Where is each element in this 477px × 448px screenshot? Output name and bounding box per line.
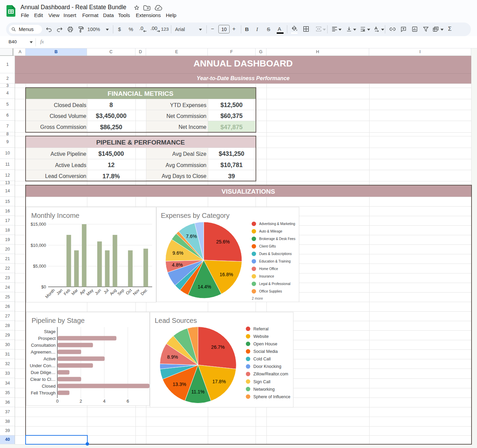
svg-text:Consultation: Consultation — [31, 342, 55, 347]
svg-text:Client Gifts: Client Gifts — [259, 244, 276, 248]
svg-text:Open House: Open House — [253, 342, 277, 346]
svg-text:Sphere of Influence: Sphere of Influence — [253, 394, 290, 399]
svg-text:4: 4 — [103, 399, 105, 404]
svg-text:Insurance: Insurance — [259, 274, 274, 278]
svg-text:Home Office: Home Office — [259, 267, 278, 271]
svg-text:9.6%: 9.6% — [172, 250, 183, 256]
svg-text:Oct: Oct — [125, 287, 133, 296]
svg-text:13.3%: 13.3% — [172, 381, 186, 387]
svg-text:Mar: Mar — [70, 288, 79, 296]
svg-text:Fell Through: Fell Through — [31, 390, 56, 395]
svg-text:17.8%: 17.8% — [212, 378, 226, 384]
svg-text:16.8%: 16.8% — [219, 272, 233, 277]
svg-text:$0: $0 — [41, 284, 46, 289]
svg-text:Closed: Closed — [42, 383, 55, 388]
svg-text:$10,000: $10,000 — [30, 243, 46, 248]
svg-text:Stage: Stage — [44, 329, 56, 334]
svg-text:Nov: Nov — [132, 288, 140, 296]
svg-text:25.6%: 25.6% — [216, 239, 230, 244]
svg-text:Referral: Referral — [253, 326, 268, 331]
svg-text:Networking: Networking — [253, 387, 275, 391]
svg-text:Due Dilige…: Due Dilige… — [31, 370, 56, 375]
svg-text:Legal & Professional: Legal & Professional — [259, 282, 290, 286]
svg-text:$15,000: $15,000 — [30, 222, 46, 227]
svg-text:Agreemen…: Agreemen… — [31, 349, 56, 354]
svg-text:Auto & Mileage: Auto & Mileage — [259, 229, 282, 233]
svg-text:6: 6 — [127, 399, 129, 404]
svg-text:Website: Website — [253, 334, 269, 339]
svg-text:Jun: Jun — [94, 288, 102, 296]
svg-text:26.7%: 26.7% — [211, 344, 225, 350]
svg-text:11.1%: 11.1% — [191, 389, 204, 394]
svg-text:2 more: 2 more — [252, 296, 263, 300]
svg-text:Social Media: Social Media — [253, 349, 278, 354]
svg-text:Dues & Subscriptions: Dues & Subscriptions — [259, 252, 292, 256]
svg-text:Aug: Aug — [109, 288, 117, 296]
svg-text:Feb: Feb — [63, 287, 71, 296]
svg-text:May: May — [85, 288, 94, 297]
svg-text:Sign Call: Sign Call — [253, 379, 270, 384]
svg-text:14.4%: 14.4% — [198, 284, 211, 289]
svg-text:Dec: Dec — [140, 288, 148, 296]
svg-text:Brokerage & Desk Fees: Brokerage & Desk Fees — [259, 237, 295, 241]
svg-text:0: 0 — [56, 399, 58, 404]
svg-text:Prospect: Prospect — [38, 335, 56, 341]
svg-text:Active: Active — [43, 356, 55, 361]
svg-text:2: 2 — [80, 399, 82, 404]
svg-text:Apr: Apr — [78, 288, 86, 296]
svg-text:Door Knocking: Door Knocking — [253, 364, 281, 369]
svg-text:Education & Training: Education & Training — [259, 259, 290, 263]
svg-text:Office Supplies: Office Supplies — [259, 289, 282, 293]
svg-text:Zillow/Realtor.com: Zillow/Realtor.com — [253, 372, 288, 376]
svg-text:Cold Call: Cold Call — [253, 357, 271, 361]
svg-text:4.8%: 4.8% — [172, 262, 183, 268]
svg-text:Month: Month — [44, 288, 56, 299]
svg-text:7.6%: 7.6% — [186, 234, 197, 239]
svg-text:Sep: Sep — [116, 287, 125, 296]
svg-text:Jul: Jul — [102, 288, 110, 295]
svg-text:Under Con…: Under Con… — [30, 363, 56, 368]
svg-text:Jan: Jan — [55, 288, 63, 296]
svg-text:8.9%: 8.9% — [167, 354, 178, 359]
svg-text:Advertising & Marketing: Advertising & Marketing — [259, 222, 295, 226]
svg-text:$5,000: $5,000 — [33, 264, 46, 269]
svg-text:Clear to Cl…: Clear to Cl… — [30, 376, 55, 382]
